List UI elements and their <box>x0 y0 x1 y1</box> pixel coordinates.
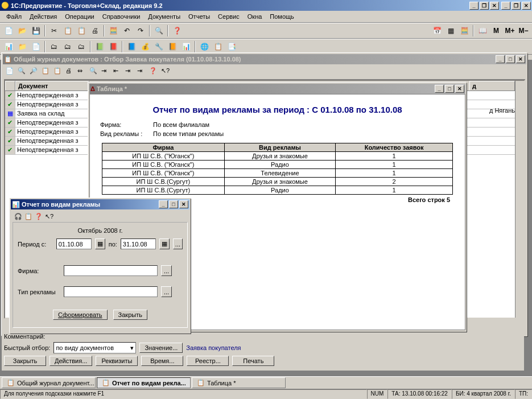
mdi-restore-button[interactable]: ❐ <box>512 2 521 10</box>
journal-max-button[interactable]: □ <box>506 55 515 63</box>
period-to-input[interactable] <box>121 238 156 249</box>
jt-icon-9[interactable]: ⇥ <box>101 67 112 77</box>
tb2-icon-15[interactable]: 📋 <box>212 40 224 53</box>
tb2-icon-13[interactable]: 📊 <box>180 40 192 53</box>
dlg-adtype-ellipsis[interactable]: ... <box>161 286 172 297</box>
bottom-button[interactable]: Реквизиты <box>96 356 138 366</box>
tb2-icon-14[interactable]: 🌐 <box>198 40 211 53</box>
col-right[interactable]: д <box>469 81 515 91</box>
period-to-picker[interactable]: ▦ <box>159 238 170 249</box>
dlg-firma-input[interactable] <box>64 265 158 276</box>
value-button[interactable]: Значение... <box>139 343 183 353</box>
table-row[interactable]: ИП Ш С.В. ("Юганск")Телевидение1 <box>102 169 452 178</box>
menu-windows[interactable]: Окна <box>244 12 266 21</box>
tb2-icon-2[interactable]: 📁 <box>16 40 28 53</box>
bottom-button[interactable]: Печать <box>232 356 274 366</box>
menu-catalogs[interactable]: Справочники <box>98 12 145 21</box>
bottom-button[interactable]: Реестр... <box>187 356 229 366</box>
bottom-button[interactable]: Закрыть <box>4 356 46 366</box>
menu-reports[interactable]: Отчеты <box>184 12 214 21</box>
jt-icon-3[interactable]: 🔎 <box>30 67 40 77</box>
dialog-close-button[interactable]: ✕ <box>179 200 188 208</box>
book-icon[interactable]: 📖 <box>476 24 489 37</box>
table-max-button[interactable]: □ <box>445 85 454 93</box>
menu-help[interactable]: Помощь <box>266 12 298 21</box>
table-row[interactable]: ИП Ш С.В.(Сургут)Друзья и знакомые2 <box>102 178 452 186</box>
paste-icon[interactable]: 📋 <box>75 24 88 37</box>
dlg-tb-icon-4[interactable]: ↖? <box>45 213 53 220</box>
table-row[interactable]: ИП Ш С.В. ("Юганск")Радио1 <box>102 161 452 169</box>
jt-icon-2[interactable]: 🔍 <box>18 67 28 77</box>
table-min-button[interactable]: _ <box>435 85 444 93</box>
mdi-minimize-button[interactable]: _ <box>501 2 510 10</box>
journal-min-button[interactable]: _ <box>496 55 505 63</box>
table-close-button[interactable]: ✕ <box>455 85 464 93</box>
jt-icon-14[interactable]: ↖? <box>161 67 171 77</box>
dlg-tb-icon-2[interactable]: 📋 <box>24 213 32 220</box>
menu-documents[interactable]: Документы <box>144 12 184 21</box>
jt-icon-4[interactable]: 📋 <box>42 67 52 77</box>
tb2-icon-7[interactable]: 📗 <box>93 40 106 53</box>
jt-icon-6[interactable]: 🖨 <box>65 67 76 77</box>
table-row[interactable]: ИП Ш С.В. ("Юганск")Друзья и знакомые1 <box>102 152 452 161</box>
tb2-icon-8[interactable]: 📕 <box>107 40 119 53</box>
tb2-icon-12[interactable]: 📙 <box>166 40 179 53</box>
dialog-titlebar[interactable]: 📊 Отчет по видам рекламы _ □ ✕ <box>11 199 189 209</box>
period-from-input[interactable] <box>56 238 92 249</box>
jt-icon-13[interactable]: ❓ <box>149 67 159 77</box>
dlg-tb-icon-1[interactable]: 🎧 <box>14 213 22 220</box>
mminus-button[interactable]: M− <box>517 24 530 37</box>
calendar-icon[interactable]: 📅 <box>431 24 443 37</box>
calc2-icon[interactable]: 🧮 <box>458 24 471 37</box>
mdi-close-button[interactable]: ✕ <box>522 2 531 10</box>
dlg-firma-ellipsis[interactable]: ... <box>161 265 172 276</box>
jt-icon-12[interactable]: ⇥ <box>137 67 147 77</box>
save-icon[interactable]: 💾 <box>30 24 42 37</box>
period-ellipsis[interactable]: ... <box>173 238 183 249</box>
tb2-icon-1[interactable]: 📊 <box>2 40 15 53</box>
tb2-icon-3[interactable]: 📄 <box>30 40 42 53</box>
filter-select[interactable]: по виду документов ▾ <box>53 342 136 353</box>
jt-icon-10[interactable]: ⇤ <box>113 67 123 77</box>
app-close-icon[interactable]: ✕ <box>490 2 499 10</box>
menu-service[interactable]: Сервис <box>214 12 244 21</box>
calc-icon[interactable]: 🧮 <box>107 24 119 37</box>
grid-icon[interactable]: ▦ <box>444 24 457 37</box>
table-row[interactable]: ИП Ш С.В.(Сургут)Радио1 <box>102 186 452 195</box>
menu-file[interactable]: Файл <box>2 12 26 21</box>
jt-icon-5[interactable]: 📋 <box>53 67 64 77</box>
dialog-min-button[interactable]: _ <box>159 200 168 208</box>
tb2-icon-4[interactable]: 🗂 <box>48 40 60 53</box>
journal-titlebar[interactable]: 📋 Общий журнал документов : Отбор Заявка… <box>3 54 526 64</box>
menu-actions[interactable]: Действия <box>26 12 61 21</box>
new-icon[interactable]: 📄 <box>2 24 15 37</box>
close-button[interactable]: Закрыть <box>113 310 147 320</box>
menu-operations[interactable]: Операции <box>61 12 98 21</box>
form-button[interactable]: Сформировать <box>53 310 108 320</box>
taskbar-item[interactable]: 📋Общий журнал документ... <box>2 377 96 388</box>
jt-icon-7[interactable]: ⇔ <box>77 67 88 77</box>
copy-icon[interactable]: 📋 <box>61 24 74 37</box>
period-from-picker[interactable]: ▦ <box>95 238 105 249</box>
jt-icon-8[interactable]: 🔍 <box>89 67 100 77</box>
taskbar-item[interactable]: 📋Таблица * <box>192 377 286 388</box>
redo-icon[interactable]: ↷ <box>134 24 147 37</box>
bottom-button[interactable]: Действия... <box>50 356 92 366</box>
cut-icon[interactable]: ✂ <box>48 24 60 37</box>
journal-close-button[interactable]: ✕ <box>516 55 525 63</box>
find-icon[interactable]: 🔍 <box>152 24 165 37</box>
taskbar-item[interactable]: 📋Отчет по видам рекла... <box>97 377 191 388</box>
bottom-button[interactable]: Время... <box>141 356 183 366</box>
col-document[interactable]: Документ <box>15 81 89 91</box>
m-button[interactable]: M <box>490 24 502 37</box>
dlg-adtype-input[interactable] <box>64 286 158 297</box>
minimize-button[interactable]: _ <box>469 2 479 10</box>
open-icon[interactable]: 📂 <box>16 24 28 37</box>
tb2-icon-11[interactable]: 🔧 <box>152 40 165 53</box>
dialog-max-button[interactable]: □ <box>169 200 178 208</box>
tb2-icon-9[interactable]: 📘 <box>125 40 138 53</box>
jt-icon-1[interactable]: 📄 <box>6 67 16 77</box>
table-titlebar[interactable]: Δ Таблица * _ □ ✕ <box>89 84 465 94</box>
help-icon[interactable]: ❓ <box>171 24 183 37</box>
jt-icon-11[interactable]: ⇥ <box>125 67 135 77</box>
